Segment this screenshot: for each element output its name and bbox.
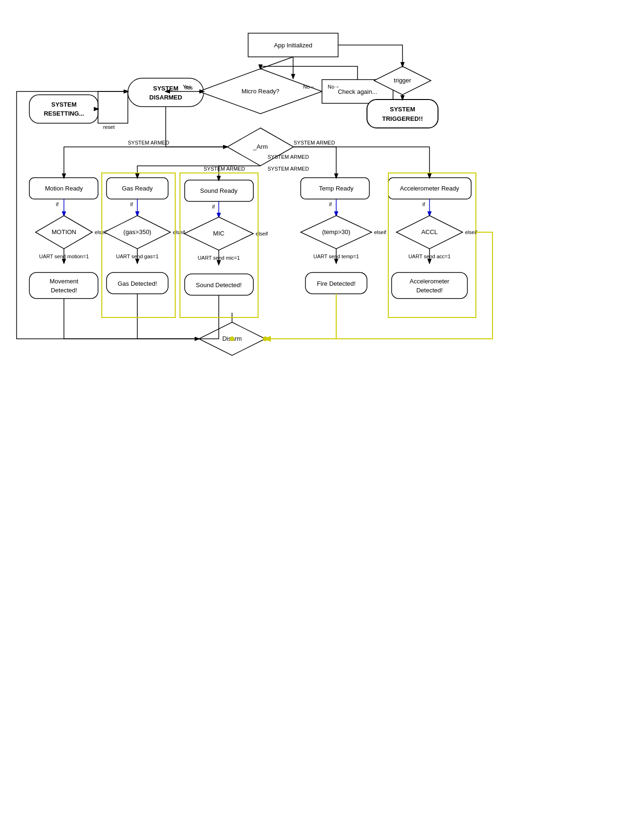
temp-diamond-label: (temp>30) [322,228,350,236]
path-arm-temp [294,147,336,178]
gas-ready-label: Gas Ready [122,185,153,192]
gas-diamond-label: (gas>350) [124,228,152,236]
yellow-dot-disarm-2 [263,336,268,341]
fire-detected-label: Fire Detected! [317,280,356,287]
reset-label: reset [103,124,115,130]
check-again-label: Check again... [338,88,377,95]
system-disarmed-label-2: DISARMED [149,94,182,101]
system-armed-label-mid2: SYSTEM ARMED [204,166,245,172]
system-triggered-label-1: SYSTEM [390,106,415,113]
system-triggered-box [367,100,438,128]
system-resetting-label-2: RESETTING... [44,110,84,117]
system-disarmed-box [128,78,204,107]
if-label-temp: if [329,201,332,207]
micro-ready-label: Micro Ready? [242,88,279,95]
system-resetting-box [29,95,98,123]
accel-ready-label: Accelerometer Ready [400,185,459,192]
temp-ready-label: Temp Ready [319,185,354,192]
accel-detected-label-1: Accelerometer [410,278,449,285]
app-initialized-label: App Initialized [274,42,313,49]
no-label-2: No→ [303,84,315,90]
mic-diamond-label: MIC [213,230,224,237]
system-disarmed-label-1: SYSTEM [153,85,178,92]
arm-label: _Arm [252,143,268,150]
if-label-gas: if [130,201,133,207]
yes-label-2: Yes [183,84,191,90]
path-resetting-loop [98,91,128,123]
accl-diamond-label: ACCL [421,228,438,236]
system-armed-label-mid: SYSTEM ARMED [268,154,309,160]
system-triggered-label-2: TRIGGERED!! [382,115,423,122]
elseif-temp-label: elseif [374,229,387,235]
line-appinit-microready [260,57,293,69]
trigger-label: trigger [394,77,412,84]
system-resetting-label-1: SYSTEM [51,101,76,108]
yellow-dot-disarm-1 [230,336,234,341]
path-disarmed-resetting [98,91,128,109]
system-armed-label-right: SYSTEM ARMED [294,140,335,145]
movement-detected-label-2: Detected! [51,287,77,294]
path-fire-disarm-yellow [265,294,336,339]
no-label: No→ [328,84,340,90]
sound-ready-label: Sound Ready [200,187,238,194]
gas-detected-label: Gas Detected! [117,280,157,287]
if-label-accel: if [422,201,425,207]
system-armed-label-mid3: SYSTEM ARMED [268,166,309,172]
movement-detected-box [29,272,98,299]
if-label-motion: if [56,201,59,207]
accel-detected-label-2: Detected! [416,287,443,294]
path-appinit-trigger [338,45,402,66]
system-armed-label-left: SYSTEM ARMED [128,140,169,145]
if-label-sound: if [212,204,215,209]
path-gas-disarm [137,294,199,339]
sound-detected-label: Sound Detected! [196,281,242,289]
path-movement-disarm [64,299,199,339]
accel-detected-box [392,272,467,299]
motion-diamond-label: MOTION [52,228,76,236]
elseif-mic-label: elseif [256,231,268,236]
movement-detected-label-1: Movement [50,278,79,285]
elseif-gas-label: elseif [173,229,186,235]
motion-ready-label: Motion Ready [45,185,83,192]
